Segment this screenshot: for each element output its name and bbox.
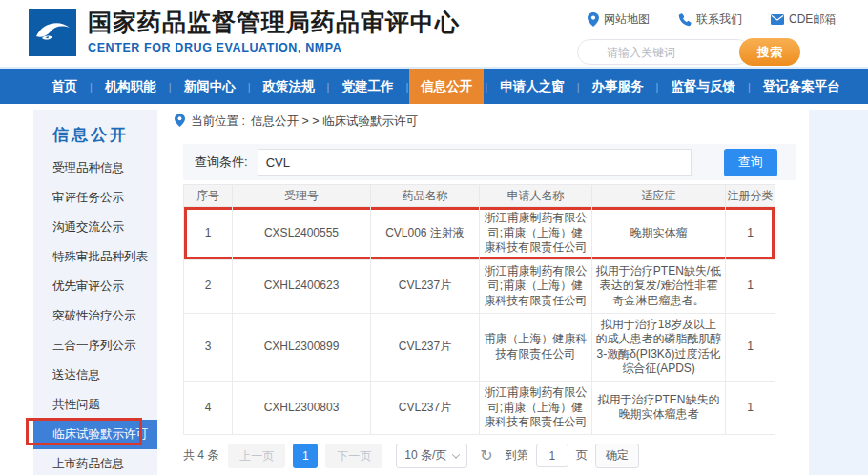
nav-item-6[interactable]: 申请人之窗	[488, 69, 576, 104]
column-header-0: 序号	[184, 185, 233, 207]
site-title: 国家药品监督管理局药品审评中心	[88, 7, 460, 38]
nav-item-1[interactable]: 机构职能	[93, 69, 168, 104]
search-button[interactable]: 搜索	[739, 38, 800, 66]
sidebar-item-3[interactable]: 特殊审批品种列表	[33, 242, 157, 272]
nav-item-8[interactable]: 监督与反馈	[659, 69, 747, 104]
nav-divider: |	[405, 81, 408, 93]
table-body: 1CXSL2400555CVL006 注射液浙江甫康制药有限公司;甫康（上海）健…	[184, 207, 775, 435]
query-input[interactable]	[258, 149, 692, 176]
page-number-button[interactable]: 1	[293, 444, 318, 468]
column-header-5: 注册分类	[726, 185, 775, 207]
cell-4-1: CXHL2300803	[233, 381, 371, 434]
search-input[interactable]	[577, 39, 751, 65]
cell-3-4: 拟用于治疗18岁及以上的成人患者的磷脂酰肌醇3-激酶δ(PI3Kδ)过度活化综合…	[592, 313, 726, 381]
site-subtitle: CENTER FOR DRUG EVALUATION, NMPA	[88, 41, 460, 54]
sidebar-item-10[interactable]: 上市药品信息	[33, 449, 157, 475]
nav-item-0[interactable]: 首页	[40, 69, 89, 104]
cell-3-0: 3	[184, 313, 233, 381]
table-row-3: 3CXHL2300899CVL237片甫康（上海）健康科技有限责任公司拟用于治疗…	[184, 313, 775, 381]
nav-item-3[interactable]: 政策法规	[252, 69, 326, 104]
goto-page-input[interactable]	[536, 444, 568, 467]
cell-1-2: CVL006 注射液	[371, 207, 480, 260]
phone-icon	[678, 13, 692, 27]
cell-2-5: 1	[726, 259, 775, 313]
nav-item-7[interactable]: 办事服务	[581, 69, 655, 104]
nav-item-2[interactable]: 新闻中心	[173, 69, 247, 104]
quick-link-1[interactable]: 联系我们	[678, 11, 742, 28]
chevron-down-icon	[452, 450, 460, 458]
sidebar-item-label: 共性问题	[52, 398, 100, 411]
cell-2-2: CVL237片	[371, 259, 480, 313]
sidebar: 信息公开 受理品种信息审评任务公示沟通交流公示特殊审批品种列表优先审评公示突破性…	[33, 110, 157, 475]
sidebar-item-9[interactable]: 临床试验默示许可	[33, 420, 157, 449]
nav-divider: |	[577, 81, 580, 93]
cell-4-2: CVL237片	[371, 381, 480, 434]
total-count: 共 4 条	[183, 447, 218, 464]
sidebar-item-label: 沟通交流公示	[52, 220, 124, 234]
sidebar-item-7[interactable]: 送达信息	[33, 361, 157, 390]
cell-3-5: 1	[726, 313, 775, 381]
cell-3-3: 甫康（上海）健康科技有限责任公司	[480, 313, 592, 381]
sidebar-item-label: 特殊审批品种列表	[52, 250, 148, 263]
sidebar-item-label: 受理品种信息	[52, 161, 124, 175]
sidebar-item-8[interactable]: 共性问题	[33, 390, 157, 420]
main-nav: 首页|机构职能|新闻中心|政策法规|党建工作|信息公开|申请人之窗|办事服务|监…	[0, 69, 868, 104]
sidebar-item-label: 优先审评公示	[52, 279, 124, 293]
cell-4-5: 1	[726, 381, 775, 434]
column-header-1: 受理号	[233, 185, 371, 207]
nav-item-4[interactable]: 党建工作	[330, 69, 404, 104]
goto-suffix: 页	[576, 447, 588, 464]
column-header-3: 申请人名称	[480, 185, 592, 207]
confirm-button[interactable]: 确定	[595, 444, 639, 468]
nav-item-9[interactable]: 登记备案平台	[752, 69, 852, 104]
location-pin-icon	[175, 114, 185, 130]
cell-1-0: 1	[184, 207, 233, 260]
sidebar-list: 受理品种信息审评任务公示沟通交流公示特殊审批品种列表优先审评公示突破性治疗公示三…	[33, 154, 157, 475]
table-row-4: 4CXHL2300803CVL237片浙江甫康制药有限公司;甫康（上海）健康科技…	[184, 381, 775, 434]
sidebar-item-label: 上市药品信息	[52, 457, 124, 470]
quick-link-label: 网站地图	[604, 11, 650, 28]
table-header-row: 序号受理号药品名称申请人名称适应症注册分类	[184, 185, 775, 207]
cell-3-2: CVL237片	[371, 313, 480, 381]
location-pin-icon	[588, 12, 599, 27]
breadcrumb-path[interactable]: 信息公开 > > 临床试验默示许可	[251, 114, 418, 130]
nav-divider: |	[90, 81, 93, 93]
sidebar-item-1[interactable]: 审评任务公示	[33, 183, 157, 213]
cell-3-1: CXHL2300899	[233, 313, 371, 381]
refresh-icon[interactable]: ↻	[480, 448, 492, 464]
sidebar-item-0[interactable]: 受理品种信息	[33, 154, 157, 183]
quick-links: 网站地图联系我们CDE邮箱	[588, 11, 836, 28]
right-background-strip	[809, 110, 868, 475]
query-button[interactable]: 查询	[724, 149, 777, 176]
mail-icon	[771, 14, 784, 25]
pagination: 共 4 条 上一页 1 下一页 10 条/页 ↻ 到第 页 确定	[183, 444, 801, 468]
goto-label: 到第	[506, 447, 528, 464]
breadcrumb-label: 当前位置 :	[191, 114, 245, 130]
column-header-4: 适应症	[592, 185, 726, 207]
query-label: 查询条件:	[195, 154, 248, 171]
cell-1-4: 晚期实体瘤	[592, 207, 726, 260]
page-size-select[interactable]: 10 条/页	[396, 444, 467, 468]
sidebar-item-2[interactable]: 沟通交流公示	[33, 213, 157, 242]
sidebar-item-6[interactable]: 三合一序列公示	[33, 331, 157, 361]
sidebar-item-5[interactable]: 突破性治疗公示	[33, 301, 157, 331]
sidebar-item-label: 审评任务公示	[52, 191, 124, 204]
cde-logo[interactable]	[29, 9, 76, 56]
sidebar-item-label: 突破性治疗公示	[52, 309, 136, 322]
site-header: 国家药品监督管理局药品审评中心 CENTER FOR DRUG EVALUATI…	[0, 0, 868, 69]
sidebar-title: 信息公开	[33, 110, 157, 154]
cell-4-0: 4	[184, 381, 233, 434]
prev-page-button[interactable]: 上一页	[228, 444, 285, 468]
page-size-value: 10 条/页	[404, 447, 446, 464]
quick-link-2[interactable]: CDE邮箱	[771, 11, 836, 28]
main-area: 信息公开 受理品种信息审评任务公示沟通交流公示特殊审批品种列表优先审评公示突破性…	[0, 104, 868, 475]
cell-1-5: 1	[726, 207, 775, 260]
cell-4-4: 拟用于治疗PTEN缺失的晚期实体瘤患者	[592, 381, 726, 434]
sidebar-item-4[interactable]: 优先审评公示	[33, 272, 157, 301]
sidebar-item-label: 送达信息	[52, 368, 100, 382]
cell-2-1: CXHL2400623	[233, 259, 371, 313]
cell-2-4: 拟用于治疗PTEN缺失/低表达的复发/难治性非霍奇金淋巴瘤患者。	[592, 259, 726, 313]
next-page-button[interactable]: 下一页	[325, 444, 382, 468]
nav-item-5[interactable]: 信息公开	[409, 69, 484, 104]
quick-link-0[interactable]: 网站地图	[588, 11, 650, 28]
